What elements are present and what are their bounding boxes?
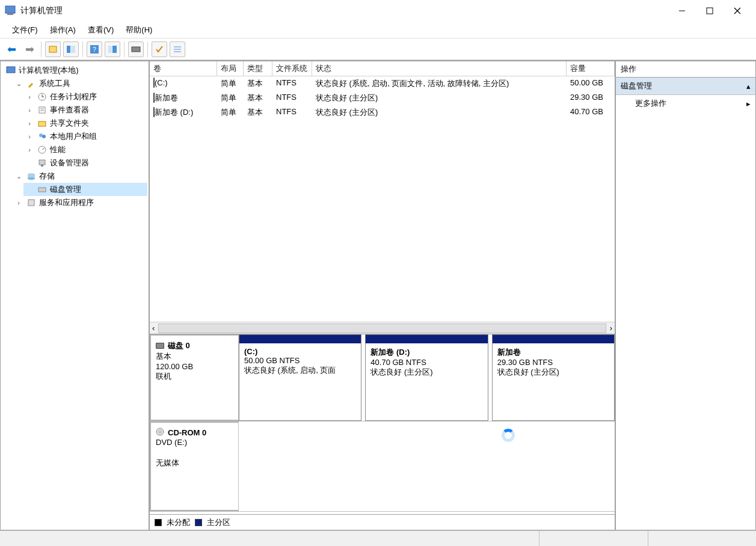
- toolbar-separator: [147, 41, 148, 57]
- col-layout[interactable]: 布局: [217, 61, 244, 76]
- legend-primary: 主分区: [207, 517, 230, 528]
- volume-rows: (C:) 简单 基本 NTFS 状态良好 (系统, 启动, 页面文件, 活动, …: [150, 76, 615, 322]
- back-button[interactable]: ⬅: [4, 41, 19, 57]
- log-icon: [37, 105, 48, 115]
- vol-layout: 简单: [217, 78, 244, 90]
- tree-device-manager[interactable]: 设备管理器: [23, 156, 147, 170]
- chevron-right-icon[interactable]: ›: [25, 146, 34, 153]
- more-actions[interactable]: 更多操作 ▸: [616, 95, 755, 112]
- tree-panel: 计算机管理(本地) ⌄ 系统工具 › 任务计划程序 ›: [0, 61, 149, 530]
- scrollbar-track[interactable]: [158, 324, 606, 333]
- partition-c[interactable]: (C:) 50.00 GB NTFS 状态良好 (系统, 启动, 页面: [239, 334, 361, 421]
- checkmark-icon[interactable]: [152, 41, 167, 57]
- actions-panel: 操作 磁盘管理 ▴ 更多操作 ▸: [615, 61, 756, 530]
- scroll-right-icon[interactable]: ›: [610, 324, 612, 333]
- tree-system-tools[interactable]: ⌄ 系统工具: [13, 77, 147, 90]
- tree-root[interactable]: 计算机管理(本地): [2, 64, 147, 77]
- chevron-down-icon[interactable]: ⌄: [14, 80, 23, 88]
- col-capacity[interactable]: 容量: [567, 61, 615, 76]
- tree-shared-folders[interactable]: › 共享文件夹: [23, 117, 147, 130]
- menu-view[interactable]: 查看(V): [82, 23, 120, 37]
- tree-disk-management[interactable]: 磁盘管理: [23, 183, 147, 196]
- forward-button[interactable]: ➡: [22, 41, 37, 57]
- chevron-right-icon[interactable]: ›: [25, 120, 34, 127]
- menu-help[interactable]: 帮助(H): [120, 23, 158, 37]
- col-volume[interactable]: 卷: [150, 61, 217, 76]
- legend-swatch-primary: [195, 519, 202, 526]
- computer-icon: [5, 65, 16, 76]
- vol-fs: NTFS: [272, 92, 312, 104]
- tree-root-label: 计算机管理(本地): [19, 65, 79, 76]
- toolbar: ⬅ ➡ ?: [0, 38, 756, 60]
- cdrom-info[interactable]: CD-ROM 0 DVD (E:) 无媒体: [150, 422, 239, 511]
- vol-layout: 简单: [217, 92, 244, 104]
- show-hide-tree-button[interactable]: [63, 41, 79, 57]
- vol-fs: NTFS: [272, 78, 312, 90]
- cdrom-title: CD-ROM 0: [168, 428, 206, 437]
- chevron-right-icon[interactable]: ›: [25, 106, 34, 114]
- svg-rect-8: [71, 46, 75, 53]
- disk-0-info[interactable]: 磁盘 0 基本 120.00 GB 联机: [150, 334, 239, 421]
- statusbar: [0, 530, 756, 546]
- disk-0-size: 120.00 GB: [156, 362, 233, 371]
- scroll-left-icon[interactable]: ‹: [152, 324, 155, 333]
- up-button[interactable]: [45, 41, 61, 57]
- tree-storage[interactable]: ⌄ 存储: [13, 170, 147, 183]
- tree-task-scheduler-label: 任务计划程序: [50, 91, 97, 102]
- chevron-down-icon[interactable]: ⌄: [14, 173, 23, 180]
- actions-section-title[interactable]: 磁盘管理 ▴: [616, 78, 755, 95]
- toolbar-separator: [41, 41, 41, 57]
- chevron-right-icon[interactable]: ›: [14, 199, 23, 206]
- col-filesystem[interactable]: 文件系统: [272, 61, 312, 76]
- partition-d[interactable]: 新加卷 (D:) 40.70 GB NTFS 状态良好 (主分区): [365, 334, 488, 421]
- disk-map: 磁盘 0 基本 120.00 GB 联机 (C:) 50.00 GB NTFS …: [149, 334, 615, 515]
- col-type[interactable]: 类型: [244, 61, 272, 76]
- chevron-right-icon[interactable]: ›: [25, 93, 34, 100]
- legend: 未分配 主分区: [149, 515, 615, 530]
- tree-event-viewer[interactable]: › 事件查看器: [23, 103, 147, 117]
- help-button[interactable]: ?: [87, 41, 102, 57]
- volume-row[interactable]: 新加卷 简单 基本 NTFS 状态良好 (主分区) 29.30 GB: [150, 91, 615, 105]
- tree-services-label: 服务和应用程序: [39, 197, 94, 208]
- horizontal-scrollbar[interactable]: ‹ ›: [150, 322, 615, 334]
- list-icon[interactable]: [170, 41, 185, 57]
- tools-icon: [26, 78, 37, 89]
- legend-swatch-unallocated: [155, 519, 162, 526]
- menu-file[interactable]: 文件(F): [6, 23, 44, 37]
- refresh-button[interactable]: [105, 41, 120, 57]
- clock-icon: [37, 91, 48, 102]
- tree-task-scheduler[interactable]: › 任务计划程序: [23, 90, 147, 103]
- device-icon: [37, 158, 48, 168]
- col-status[interactable]: 状态: [312, 61, 567, 76]
- svg-rect-6: [49, 46, 57, 52]
- chevron-right-icon[interactable]: ›: [25, 133, 34, 140]
- partition-status: 状态良好 (主分区): [370, 367, 482, 378]
- users-icon: [37, 131, 48, 142]
- tree-local-users[interactable]: › 本地用户和组: [23, 130, 147, 143]
- volume-row[interactable]: (C:) 简单 基本 NTFS 状态良好 (系统, 启动, 页面文件, 活动, …: [150, 76, 615, 91]
- cdrom-type: DVD (E:): [156, 438, 233, 447]
- chevron-right-icon: ▸: [746, 99, 751, 108]
- tree-performance[interactable]: › 性能: [23, 143, 147, 156]
- folder-shared-icon: [37, 118, 48, 129]
- partition-header: [493, 335, 614, 343]
- vol-type: 基本: [244, 106, 272, 118]
- minimize-button[interactable]: [668, 1, 696, 20]
- cdrom-empty: [239, 422, 615, 511]
- partition-new[interactable]: 新加卷 29.30 GB NTFS 状态良好 (主分区): [492, 334, 615, 421]
- svg-line-28: [42, 148, 45, 150]
- close-button[interactable]: [724, 1, 751, 20]
- disk-0-title: 磁盘 0: [168, 340, 190, 351]
- maximize-button[interactable]: [696, 1, 724, 20]
- volume-list-header: 卷 布局 类型 文件系统 状态 容量: [150, 61, 615, 76]
- svg-rect-7: [67, 46, 70, 53]
- menu-action[interactable]: 操作(A): [44, 23, 82, 37]
- tree-shared-folders-label: 共享文件夹: [50, 118, 89, 129]
- disk-0-type: 基本: [156, 351, 233, 362]
- volume-row[interactable]: 新加卷 (D:) 简单 基本 NTFS 状态良好 (主分区) 40.70 GB: [150, 105, 615, 120]
- cdrom-status: 无媒体: [156, 458, 233, 468]
- properties-button[interactable]: [128, 41, 144, 57]
- tree-services[interactable]: › 服务和应用程序: [13, 196, 147, 209]
- actions-header: 操作: [615, 61, 756, 78]
- svg-rect-3: [707, 8, 713, 14]
